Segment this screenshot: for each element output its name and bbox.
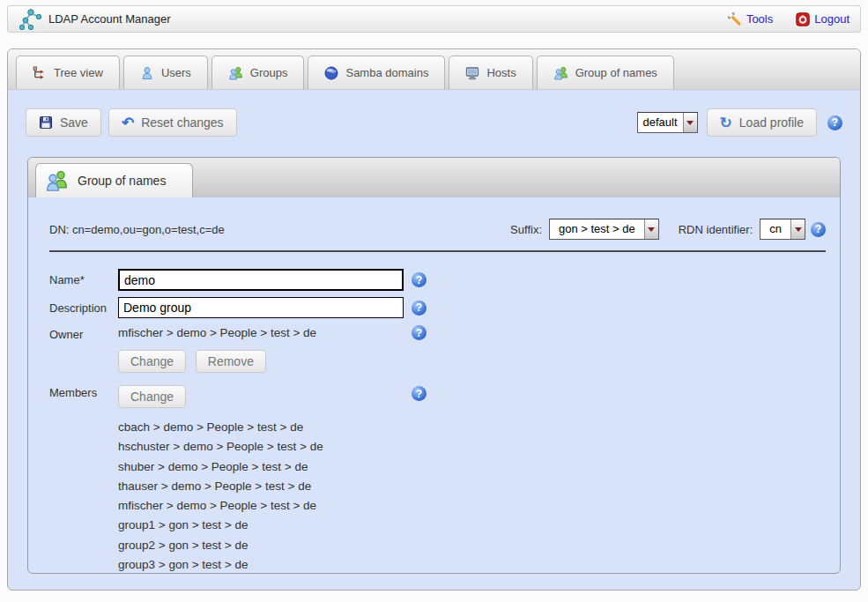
panel-body: DN: cn=demo,ou=gon,o=test,c=de Suffix: g… bbox=[28, 197, 840, 574]
logout-label: Logout bbox=[814, 12, 849, 26]
select-arrow-button[interactable] bbox=[644, 219, 658, 239]
app-header: LDAP Account Manager Tools Logout bbox=[7, 5, 861, 33]
tab-label: Samba domains bbox=[345, 66, 428, 79]
dn-row: DN: cn=demo,ou=gon,o=test,c=de Suffix: g… bbox=[49, 219, 826, 252]
description-label: Description bbox=[49, 301, 118, 315]
tree-view-icon bbox=[33, 66, 47, 80]
main-container: Tree view Users Groups bbox=[7, 48, 861, 591]
profile-help-icon[interactable]: ? bbox=[827, 115, 842, 130]
member-item: mfischer > demo > People > test > de bbox=[118, 496, 407, 516]
host-monitor-icon bbox=[465, 66, 479, 80]
select-arrow-button[interactable] bbox=[790, 219, 805, 239]
load-profile-label: Load profile bbox=[739, 115, 804, 130]
name-label: Name* bbox=[49, 273, 118, 286]
tab-groups[interactable]: Groups bbox=[211, 56, 305, 89]
chevron-down-icon bbox=[686, 121, 694, 125]
logout-link[interactable]: Logout bbox=[796, 12, 849, 26]
members-label: Members bbox=[49, 383, 118, 399]
tools-link[interactable]: Tools bbox=[728, 12, 773, 26]
owner-label: Owner bbox=[49, 324, 118, 341]
panel-tab-bar: Group of names bbox=[28, 158, 840, 197]
member-item: cbach > demo > People > test > de bbox=[118, 418, 407, 437]
owner-change-button[interactable]: Change bbox=[118, 350, 186, 373]
chevron-down-icon bbox=[648, 227, 655, 232]
app-title: LDAP Account Manager bbox=[48, 12, 171, 26]
user-icon bbox=[140, 66, 154, 80]
panel-tab-group-of-names[interactable]: Group of names bbox=[35, 163, 193, 197]
profile-select[interactable]: default bbox=[637, 112, 698, 133]
suffix-select-value: gon > test > de bbox=[550, 219, 644, 239]
owner-remove-button[interactable]: Remove bbox=[196, 350, 266, 373]
tab-samba-domains[interactable]: Samba domains bbox=[308, 56, 445, 89]
reload-circle-icon: ↻ bbox=[720, 115, 732, 130]
tab-label: Hosts bbox=[486, 66, 516, 79]
wrench-icon bbox=[728, 12, 742, 26]
tools-label: Tools bbox=[746, 12, 773, 26]
tab-label: Groups bbox=[250, 66, 288, 79]
logout-power-icon bbox=[796, 12, 810, 26]
rdn-label: RDN identifier: bbox=[679, 223, 753, 236]
profile-select-value: default bbox=[638, 113, 683, 132]
toolbar: Save ↶ Reset changes default ↻ Load prof… bbox=[8, 90, 860, 137]
reset-changes-button[interactable]: ↶ Reset changes bbox=[108, 108, 237, 137]
select-arrow-button[interactable] bbox=[683, 113, 697, 132]
globe-icon bbox=[324, 66, 338, 80]
undo-arrow-icon: ↶ bbox=[122, 115, 134, 130]
owner-value: mfischer > demo > People > test > de bbox=[118, 326, 407, 339]
group-form: Name* ? Description ? Owner mfischer > d… bbox=[49, 269, 827, 574]
description-help-icon[interactable]: ? bbox=[412, 301, 427, 316]
rdn-select-value: cn bbox=[760, 219, 790, 239]
lam-logo-icon bbox=[19, 8, 41, 31]
account-panel: Group of names DN: cn=demo,ou=gon,o=test… bbox=[27, 157, 841, 574]
tab-label: Tree view bbox=[54, 66, 103, 79]
member-item: shuber > demo > People > test > de bbox=[118, 457, 407, 477]
chevron-down-icon bbox=[795, 227, 802, 232]
load-profile-button[interactable]: ↻ Load profile bbox=[707, 108, 817, 137]
nav-tab-bar: Tree view Users Groups bbox=[8, 49, 860, 90]
suffix-select[interactable]: gon > test > de bbox=[549, 219, 659, 240]
name-help-icon[interactable]: ? bbox=[412, 272, 427, 287]
page: LDAP Account Manager Tools Logout bbox=[0, 5, 868, 602]
rdn-select[interactable]: cn bbox=[760, 219, 805, 240]
description-input[interactable] bbox=[118, 297, 404, 318]
group-of-names-icon bbox=[553, 66, 568, 80]
tab-group-of-names[interactable]: Group of names bbox=[537, 56, 674, 89]
members-help-icon[interactable]: ? bbox=[412, 386, 427, 401]
tab-label: Users bbox=[161, 66, 191, 79]
dn-text: DN: cn=demo,ou=gon,o=test,c=de bbox=[49, 223, 225, 236]
tab-label: Group of names bbox=[575, 66, 657, 79]
members-change-button[interactable]: Change bbox=[118, 385, 186, 408]
save-button[interactable]: Save bbox=[26, 108, 101, 137]
member-item: group1 > gon > test > de bbox=[118, 516, 407, 535]
rdn-help-icon[interactable]: ? bbox=[811, 222, 826, 237]
save-label: Save bbox=[60, 115, 88, 130]
member-item: group3 > gon > test > de bbox=[118, 555, 407, 574]
save-floppy-icon bbox=[39, 115, 53, 130]
member-item: thauser > demo > People > test > de bbox=[118, 477, 407, 496]
member-item: group2 > gon > test > de bbox=[118, 536, 407, 555]
panel-tab-label: Group of names bbox=[78, 174, 166, 188]
tab-users[interactable]: Users bbox=[123, 56, 208, 89]
tab-hosts[interactable]: Hosts bbox=[449, 56, 532, 89]
suffix-label: Suffix: bbox=[510, 223, 542, 236]
tab-tree-view[interactable]: Tree view bbox=[16, 56, 120, 89]
owner-help-icon[interactable]: ? bbox=[412, 325, 427, 340]
name-input[interactable] bbox=[118, 269, 404, 291]
member-item: hschuster > demo > People > test > de bbox=[118, 437, 407, 457]
group-of-names-icon bbox=[45, 169, 69, 192]
reset-label: Reset changes bbox=[141, 115, 223, 130]
groups-icon bbox=[228, 66, 243, 80]
members-list: cbach > demo > People > test > de hschus… bbox=[118, 418, 407, 574]
